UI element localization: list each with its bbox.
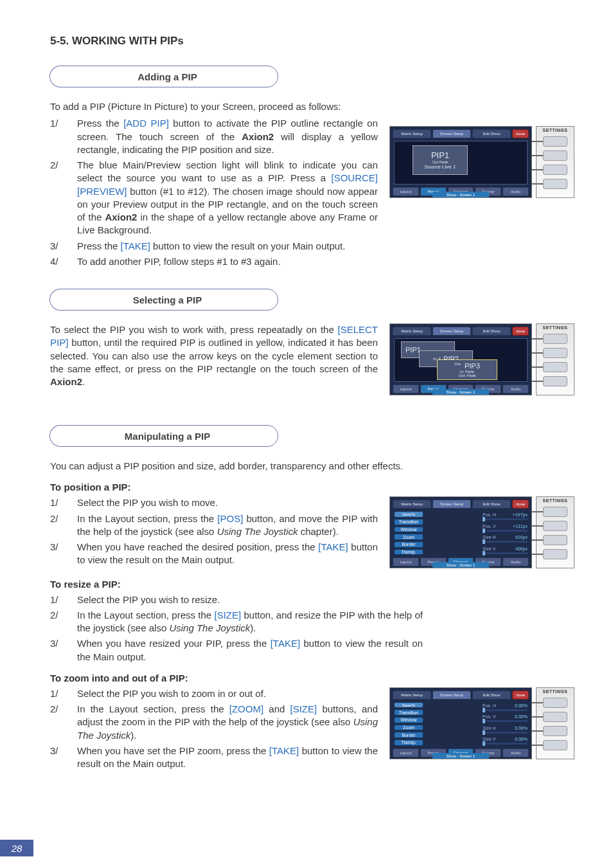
tab-edit[interactable]: Edit Show bbox=[472, 327, 511, 336]
slider[interactable] bbox=[483, 518, 528, 520]
tab-close[interactable]: close bbox=[512, 327, 529, 336]
set-button[interactable] bbox=[543, 507, 567, 517]
bold-axion2: Axion2 bbox=[105, 212, 137, 222]
readouts: Pos. H0.00% Pos. V0.00% Size H0.00% Size… bbox=[483, 702, 528, 746]
btn-layout[interactable]: Layout bbox=[393, 557, 419, 566]
set-button[interactable] bbox=[543, 521, 567, 531]
btn-layout[interactable]: Layout bbox=[393, 187, 419, 196]
stab-border[interactable]: Border bbox=[394, 541, 423, 548]
tab-close[interactable]: close bbox=[512, 500, 529, 509]
bold-axion2: Axion2 bbox=[50, 376, 82, 387]
tab-screen[interactable]: Screen Setup bbox=[432, 327, 471, 336]
stab-saveto[interactable]: SaveTo bbox=[394, 511, 423, 518]
set-button[interactable] bbox=[543, 535, 567, 545]
tab-edit[interactable]: Edit Show bbox=[472, 129, 511, 138]
set-button[interactable] bbox=[543, 179, 567, 189]
set-button[interactable] bbox=[543, 362, 567, 372]
slider[interactable] bbox=[483, 709, 528, 711]
stab-window[interactable]: Window bbox=[394, 717, 423, 723]
set-button[interactable] bbox=[543, 348, 567, 358]
settings-label: SETTINGS bbox=[537, 689, 574, 694]
l: Size H bbox=[483, 535, 496, 539]
item-num: 2/ bbox=[50, 609, 77, 635]
t: and bbox=[263, 703, 290, 714]
readout-sizev: Size V406px bbox=[483, 547, 528, 551]
btn-audio[interactable]: Audio bbox=[502, 748, 529, 757]
tab-matrix[interactable]: Matrix Setup bbox=[393, 327, 431, 336]
page: 5-5. WORKING WITH PIPs Adding a PIP To a… bbox=[0, 0, 613, 868]
set-button[interactable] bbox=[543, 376, 567, 386]
preview-area: PIP1 Cut Fade Source Live 1 bbox=[394, 141, 528, 185]
btn-layout[interactable]: Layout bbox=[393, 748, 419, 757]
set-button[interactable] bbox=[543, 740, 567, 750]
set-button[interactable] bbox=[543, 334, 567, 344]
btn-audio[interactable]: Audio bbox=[502, 384, 529, 393]
stab-transition[interactable]: Transition bbox=[394, 709, 423, 716]
row-zoom: 1/Select the PIP you wish to zoom in or … bbox=[50, 687, 574, 773]
tab-screen[interactable]: Screen Setup bbox=[432, 691, 471, 700]
set-button[interactable] bbox=[543, 136, 567, 147]
tab-matrix[interactable]: Matrix Setup bbox=[393, 129, 431, 138]
tab-screen[interactable]: Screen Setup bbox=[432, 500, 471, 509]
item-num: 1/ bbox=[50, 593, 77, 606]
link-take: [TAKE] bbox=[121, 240, 150, 251]
btn-audio[interactable]: Audio bbox=[502, 187, 529, 196]
tab-edit[interactable]: Edit Show bbox=[472, 691, 511, 700]
link-take: [TAKE] bbox=[318, 541, 348, 552]
item-body: To add another PIP, follow steps #1 to #… bbox=[77, 255, 378, 268]
stab-window[interactable]: Window bbox=[394, 527, 423, 533]
t: chapter). bbox=[298, 526, 339, 537]
tab-close[interactable]: close bbox=[512, 129, 529, 138]
pip1-src: Source Live 1 bbox=[425, 164, 456, 170]
settings-panel: SETTINGS bbox=[536, 126, 574, 198]
v: 0.00% bbox=[515, 737, 528, 741]
set-button[interactable] bbox=[543, 712, 567, 722]
list-item: 3/When you have set the PIP zoom, press … bbox=[50, 745, 378, 771]
set-button[interactable] bbox=[543, 726, 567, 736]
stab-zoom[interactable]: Zoom bbox=[394, 725, 423, 731]
slider[interactable] bbox=[483, 720, 528, 722]
stab-transp[interactable]: Transp. bbox=[394, 549, 423, 556]
stab-zoom[interactable]: Zoom bbox=[394, 534, 423, 540]
tab-matrix[interactable]: Matrix Setup bbox=[393, 691, 431, 700]
set-button[interactable] bbox=[543, 698, 567, 708]
tab-matrix[interactable]: Matrix Setup bbox=[393, 500, 431, 509]
tab-edit[interactable]: Edit Show bbox=[472, 500, 511, 509]
row-position: 1/Select the PIP you wish to move. 2/In … bbox=[50, 496, 574, 569]
slider[interactable] bbox=[483, 541, 528, 543]
slider[interactable] bbox=[483, 552, 528, 554]
wire-icon bbox=[531, 381, 544, 382]
stab-border[interactable]: Border bbox=[394, 732, 423, 738]
stab-transition[interactable]: Transition bbox=[394, 519, 423, 525]
tab-screen[interactable]: Screen Setup bbox=[432, 129, 471, 138]
v: 0.00% bbox=[515, 703, 528, 708]
readout-sizeh: Size H0.00% bbox=[483, 726, 528, 730]
pip3-box[interactable]: Out PIP3 In: Fade Out: Fade bbox=[437, 359, 497, 380]
stab-transp[interactable]: Transp. bbox=[394, 739, 423, 746]
slider[interactable] bbox=[483, 530, 528, 532]
set-button[interactable] bbox=[543, 549, 567, 559]
btn-audio[interactable]: Audio bbox=[502, 557, 529, 566]
l: Size V bbox=[483, 547, 495, 551]
wire-icon bbox=[531, 554, 544, 555]
set-button[interactable] bbox=[543, 165, 567, 175]
subhead-resize: To resize a PIP: bbox=[50, 579, 574, 590]
row-selecting: To select the PIP you wish to work with,… bbox=[50, 323, 574, 395]
text-resize: 1/Select the PIP you wish to resize. 2/I… bbox=[50, 593, 423, 664]
wire-icon bbox=[531, 169, 544, 170]
subhead-zoom: To zoom into and out of a PIP: bbox=[50, 673, 574, 683]
set-button[interactable] bbox=[543, 150, 567, 161]
selecting-body: To select the PIP you wish to work with,… bbox=[50, 323, 378, 388]
wire-icon bbox=[531, 730, 544, 732]
slider[interactable] bbox=[483, 743, 528, 745]
preview-area: PIP1 In: F PIP2 Out PIP3 In: Fade bbox=[394, 338, 528, 382]
pip1-box[interactable]: PIP1 Cut Fade Source Live 1 bbox=[413, 145, 468, 175]
item-body: Press the [ADD PIP] button to activate t… bbox=[77, 117, 378, 156]
t: button, until the required PIP is outlin… bbox=[50, 337, 378, 374]
stab-saveto[interactable]: SaveTo bbox=[394, 702, 423, 709]
list-item: 1/Select the PIP you wish to zoom in or … bbox=[50, 687, 378, 700]
btn-layout[interactable]: Layout bbox=[393, 384, 419, 393]
tab-close[interactable]: close bbox=[512, 691, 529, 700]
item-num: 2/ bbox=[50, 512, 77, 539]
slider[interactable] bbox=[483, 732, 528, 734]
